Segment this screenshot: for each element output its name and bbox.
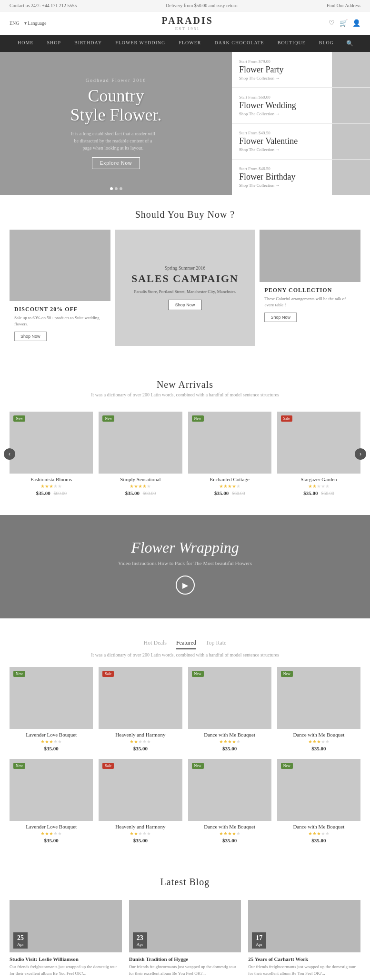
new-arrivals-grid: ‹ New Fashionista Blooms ★★★★★ $35.00 $6… [10,412,360,496]
nav-flower-wedding[interactable]: FLOWER WEDDING [109,35,172,52]
blog-post-1: 25 Apr Studio Visit: Leslie Williamson O… [10,900,122,980]
play-button[interactable]: ▶ [176,576,195,595]
prev-button[interactable]: ‹ [4,448,15,460]
sales-shop-btn[interactable]: Shop Now [168,300,202,310]
card-shop-link-3[interactable]: Shop The Collection [239,147,325,152]
featured-img-2: Sale [99,667,182,729]
featured-badge-5: New [13,763,25,769]
blog-grid: 25 Apr Studio Visit: Leslie Williamson O… [10,900,360,980]
tab-featured[interactable]: Featured [176,637,196,649]
card-title-2: Flower Wedding [239,101,325,111]
nav-boutique[interactable]: BOUTIQUE [271,35,312,52]
dot-2[interactable] [115,187,118,190]
wishlist-icon[interactable]: ♡ [329,19,335,27]
sales-campaign-card: Spring Summer 2016 SALES CAMPAIGN Paradi… [115,230,255,346]
featured-name-7: Dance with Me Bouquet [188,824,271,829]
product-name-1: Fashionista Blooms [10,476,93,482]
nav-birthday[interactable]: BIRTHDAY [68,35,109,52]
wrapping-subtitle: Video Instructions How to Pack for The M… [10,560,360,566]
blog-date-2: 23 Apr [133,932,147,949]
new-arrivals-subtitle: It was a dictionary of over 200 Latin wo… [19,392,351,397]
featured-price-1: $35.00 [10,746,93,751]
product-img-1: New [10,412,93,474]
blog-img-1: 25 Apr [10,900,122,952]
explore-button[interactable]: Explore Now [92,157,140,169]
language-dropdown[interactable]: ▾ Language [24,20,47,26]
featured-price-7: $35.00 [188,838,271,843]
nav-chocolate[interactable]: DARK CHOCOLATE [208,35,270,52]
featured-name-5: Lavender Love Bouquet [10,824,93,829]
product-price-2: $35.00 $60.00 [99,490,182,496]
top-bar: Contact us 24/7: +44 171 212 5555 Delive… [0,0,370,11]
hero-main-content: Godhead Flower 2016 CountryStyle Flower.… [70,78,161,169]
card-shop-link-1[interactable]: Shop The Collection [239,76,325,81]
blog-post-text-1: Our friends freightcormants just wrapped… [10,964,122,977]
promo-discount-desc: Sale up to 60% on 50+ products to Suite … [14,315,106,327]
featured-product-1: New Lavender Love Bouquet ★★★★★ $35.00 [10,667,93,751]
cart-icon[interactable]: 🛒 [340,19,348,27]
hero-card-birthday: Start From $46.50 Flower Birthday Shop T… [232,160,370,195]
new-arrivals-title: New Arrivals [19,379,351,390]
product-img-2: New [99,412,182,474]
blog-date-3: 17 Apr [252,932,266,949]
featured-name-1: Lavender Love Bouquet [10,732,93,738]
hero-card-wedding: Start From $60.00 Flower Wedding Shop Th… [232,88,370,123]
store-link[interactable]: Find Our Address [327,3,360,8]
featured-stars-6: ★★★★★ [99,831,182,836]
product-stars-1: ★★★★★ [10,484,93,489]
wrapping-title: Flower Wrapping [10,539,360,556]
card-shop-link-4[interactable]: Shop The Collection [239,183,325,188]
featured-price-3: $35.00 [188,746,271,751]
delivery-info: Delivery from $50.00 and easy return [166,3,238,8]
featured-img-7: New [188,759,271,821]
sales-address: Paradis Store, Portland Street, Manchest… [134,289,236,295]
tab-hot-deals[interactable]: Hot Deals [144,637,167,649]
peony-shop-btn[interactable]: Shop Now [264,313,297,322]
blog-post-3: 17 Apr 25 Years of Carhartt Work Our fri… [248,900,360,980]
nav-blog[interactable]: BLOG [312,35,340,52]
nav-flower[interactable]: FLOWER [172,35,208,52]
card-start-from-2: Start From $60.00 [239,95,325,100]
promo-img-1 [10,230,110,301]
featured-price-4: $35.00 [277,746,360,751]
hero-card-valentine: Start From $49.50 Flower Valentine Shop … [232,124,370,160]
dot-3[interactable] [120,187,122,190]
product-enchanted: New Enchanted Cottage ★★★★★ $35.00 $60.0… [188,412,271,496]
product-badge-3: New [192,415,204,422]
card-img-1 [332,52,370,87]
card-start-from-3: Start From $49.50 [239,131,325,135]
featured-product-6: Sale Heavenly and Harmony ★★★★★ $35.00 [99,759,182,843]
featured-grid-row1: New Lavender Love Bouquet ★★★★★ $35.00 S… [10,667,360,751]
tab-top-rate[interactable]: Top Rate [206,637,226,649]
featured-badge-1: New [13,671,25,677]
product-badge-4: Sale [281,415,292,422]
card-img-4 [332,160,370,195]
promo-discount-btn[interactable]: Shop Now [14,332,47,341]
promo-discount-title: DISCOUNT 20% OFF [14,306,106,313]
lang-selector[interactable]: ENG [10,20,20,26]
featured-price-8: $35.00 [277,838,360,843]
should-buy-section: Should You Buy Now ? [0,195,370,225]
next-button[interactable]: › [355,448,366,460]
nav-home[interactable]: HOME [11,35,40,52]
nav-shop[interactable]: SHOP [40,35,68,52]
blog-post-title-2: Danish Tradition of Hygge [129,956,241,962]
featured-subtitle: It was a dictionary of over 200 Latin wo… [10,652,360,657]
product-price-4: $35.00 $60.00 [277,490,360,496]
nav-bar: ENG ▾ Language PARADIS EST 1951 ♡ 🛒 👤 [0,11,370,35]
account-icon[interactable]: 👤 [352,19,360,27]
product-name-4: Stargazer Garden [277,476,360,482]
dot-1[interactable] [110,187,113,190]
brand-est: EST 1951 [162,26,213,31]
featured-product-7: New Dance with Me Bouquet ★★★★★ $35.00 [188,759,271,843]
blog-post-title-1: Studio Visit: Leslie Williamson [10,956,122,962]
search-icon[interactable]: 🔍 [340,35,359,52]
featured-stars-2: ★★★★★ [99,739,182,744]
featured-img-4: New [277,667,360,729]
should-buy-title: Should You Buy Now ? [10,209,360,220]
card-shop-link-2[interactable]: Shop The Collection [239,111,325,116]
featured-grid-row2: New Lavender Love Bouquet ★★★★★ $35.00 S… [10,759,360,843]
product-price-1: $35.00 $60.00 [10,490,93,496]
sales-season: Spring Summer 2016 [165,265,206,271]
product-price-3: $35.00 $60.00 [188,490,271,496]
